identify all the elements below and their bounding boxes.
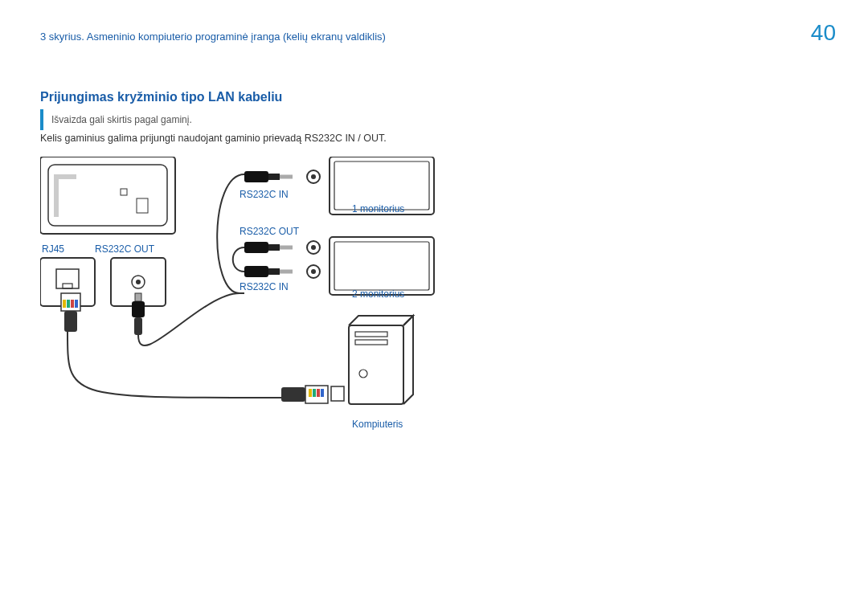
body-paragraph: Kelis gaminius galima prijungti naudojan…	[40, 133, 387, 144]
label-rj45: RJ45	[42, 243, 64, 255]
svg-point-37	[311, 269, 316, 274]
svg-rect-6	[63, 284, 72, 288]
svg-rect-44	[313, 389, 316, 397]
info-note: Išvaizda gali skirtis pagal gaminį.	[40, 109, 461, 130]
label-rs232c-out: RS232C OUT	[95, 243, 154, 255]
label-rs232c-in-1: RS232C IN	[240, 189, 289, 200]
svg-rect-11	[63, 300, 66, 308]
label-monitor-1: 1 monitorius	[352, 203, 404, 215]
svg-point-41	[359, 370, 367, 378]
svg-rect-43	[309, 389, 312, 397]
svg-point-9	[136, 280, 141, 284]
svg-rect-48	[331, 386, 344, 401]
svg-rect-12	[67, 300, 70, 308]
connection-diagram: RJ45 RS232C OUT RS232C IN 1 monitorius R…	[40, 157, 458, 446]
svg-rect-5	[56, 269, 79, 288]
svg-rect-38	[349, 325, 403, 404]
svg-rect-0	[40, 157, 175, 234]
svg-rect-21	[330, 237, 434, 295]
svg-point-27	[311, 174, 316, 179]
svg-rect-20	[334, 161, 429, 210]
section-title: Prijungimas kryžminio tipo LAN kabeliu	[40, 90, 282, 104]
svg-rect-45	[317, 389, 320, 397]
svg-rect-2	[121, 189, 127, 195]
svg-rect-24	[268, 174, 280, 180]
svg-rect-34	[268, 268, 280, 275]
page-number: 40	[811, 20, 836, 46]
svg-rect-16	[135, 293, 141, 301]
svg-rect-3	[137, 198, 148, 213]
label-computer: Kompiuteris	[352, 419, 403, 430]
label-rs232c-out-2: RS232C OUT	[240, 226, 299, 237]
svg-rect-23	[244, 171, 268, 182]
svg-rect-17	[132, 301, 145, 317]
svg-rect-40	[355, 340, 387, 345]
svg-rect-18	[134, 317, 142, 335]
svg-rect-47	[281, 387, 305, 402]
svg-point-32	[311, 245, 316, 250]
svg-rect-39	[355, 332, 387, 337]
svg-rect-29	[268, 244, 280, 251]
svg-rect-13	[71, 300, 74, 308]
svg-rect-15	[64, 311, 77, 332]
svg-rect-35	[280, 270, 293, 274]
svg-rect-1	[48, 165, 167, 226]
svg-rect-14	[75, 300, 78, 308]
svg-rect-30	[280, 246, 293, 250]
svg-rect-25	[280, 175, 293, 179]
label-rs232c-in-2: RS232C IN	[240, 281, 289, 292]
svg-rect-33	[244, 266, 268, 277]
svg-rect-22	[334, 242, 429, 290]
label-monitor-2: 2 monitorius	[352, 288, 404, 300]
svg-rect-46	[321, 389, 324, 397]
chapter-title: 3 skyrius. Asmeninio kompiuterio program…	[40, 31, 386, 43]
svg-rect-28	[244, 242, 268, 253]
